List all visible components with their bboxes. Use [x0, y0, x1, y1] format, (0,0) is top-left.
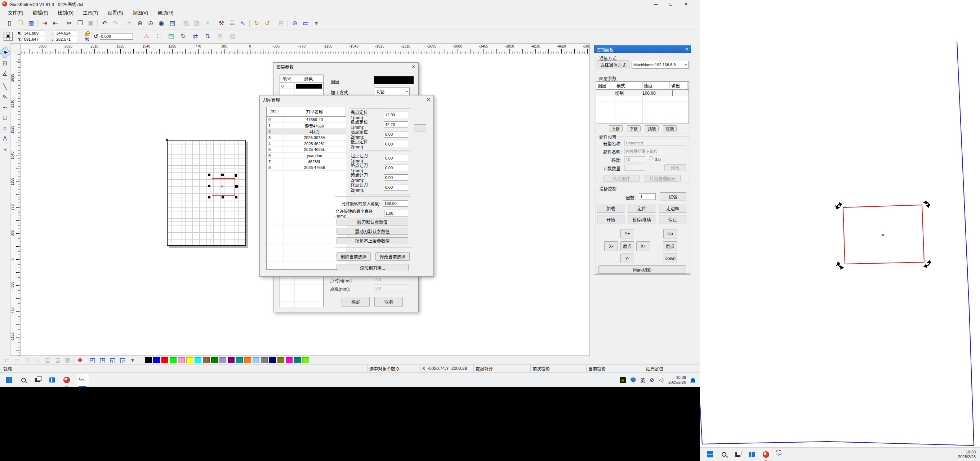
layout-topright-icon[interactable]: ◳	[98, 356, 107, 364]
defender-tray-icon[interactable]: ✕	[630, 377, 636, 383]
layout-bottomleft-icon[interactable]: ◱	[108, 356, 117, 364]
ime-indicator[interactable]: 英	[640, 377, 645, 383]
separator[interactable]	[122, 20, 123, 27]
height-field[interactable]: 262.571	[55, 37, 77, 42]
origin-button[interactable]: 原点	[620, 241, 634, 251]
preset-button[interactable]: 拐角不上抬参数值	[337, 237, 408, 244]
menu-item[interactable]: 帮助(H)	[158, 9, 173, 16]
palette-brown[interactable]	[203, 357, 210, 363]
start-button[interactable]	[705, 450, 714, 459]
notification-bell-icon[interactable]	[691, 378, 695, 382]
field-input[interactable]: 180.00	[383, 200, 408, 207]
zoom-window-icon[interactable]: ⊙	[146, 19, 155, 28]
start-button[interactable]	[4, 375, 14, 385]
control-panel-title[interactable]: 控制面板 ✕	[594, 45, 691, 53]
field-input[interactable]: 0.00	[384, 165, 408, 171]
status-data-align[interactable]: 数据对齐	[473, 364, 530, 372]
palette-dark-green[interactable]	[211, 357, 218, 363]
node-select-icon[interactable]: ↖	[239, 19, 247, 28]
ok-button[interactable]: 确定	[342, 297, 370, 307]
field-input[interactable]: 0.00	[384, 131, 408, 138]
field-input[interactable]: 12.00	[384, 112, 408, 118]
field-input[interactable]: 42.20	[384, 121, 408, 128]
menu-item[interactable]: 设置(S)	[108, 9, 123, 16]
jog-y-plus-button[interactable]: Y+	[620, 229, 634, 238]
search-button[interactable]	[719, 450, 729, 459]
field-input[interactable]: 0.00	[384, 155, 408, 161]
separator[interactable]	[86, 356, 86, 363]
rotation-field[interactable]: 0.000	[100, 33, 133, 40]
start-point-ccw-icon[interactable]: ↺	[263, 19, 272, 28]
clock[interactable]: 10:39 2025/2/26	[668, 375, 686, 385]
more-button[interactable]: ...	[414, 124, 426, 132]
transform-disabled-icon[interactable]: ⊠	[216, 32, 224, 41]
open-folder-icon[interactable]: ❒	[16, 19, 24, 28]
monitor-view-icon[interactable]: ▭	[301, 19, 310, 28]
selection-handle-w[interactable]	[208, 185, 210, 187]
paste-icon[interactable]: ▣	[86, 19, 95, 28]
separator[interactable]	[288, 20, 288, 27]
menu-item[interactable]: 视图(V)	[133, 9, 148, 16]
selection-handle-s[interactable]	[221, 196, 224, 199]
field-input[interactable]: 0.00	[384, 184, 408, 191]
text-tool-icon[interactable]: A	[1, 134, 10, 143]
jog-x-minus-button[interactable]: X-	[604, 241, 618, 251]
selection-handle-sw[interactable]	[208, 196, 210, 199]
pan-hand-icon[interactable]: ☝	[125, 19, 133, 28]
gbosknife-app-button[interactable]	[62, 375, 72, 385]
node-edit-tool-icon[interactable]: ∼	[1, 103, 10, 112]
align-left-icon[interactable]: ⊏	[3, 356, 11, 364]
layout-bottomright-icon[interactable]: ◲	[118, 356, 127, 364]
palette-purple[interactable]	[228, 357, 235, 363]
modify-count-button[interactable]: 修改	[664, 164, 686, 171]
zoom-in-icon[interactable]: ⊕	[135, 19, 144, 28]
close-icon[interactable]: ✕	[412, 64, 415, 70]
status-cur-projection[interactable]: 当前投影	[586, 364, 644, 372]
tool-row[interactable]: 7 46253L	[267, 159, 346, 165]
zoom-page-icon[interactable]: ▤	[168, 19, 177, 28]
panel-close-icon[interactable]: ✕	[685, 47, 689, 52]
start-button[interactable]: 开始	[597, 215, 624, 224]
convert-to-part-button[interactable]: 转为部件	[603, 175, 640, 181]
layers-field[interactable]: 1	[639, 193, 656, 200]
palette-blue[interactable]	[153, 357, 160, 363]
order-button[interactable]: 底端	[663, 126, 677, 132]
select-tool-icon[interactable]: ➤	[0, 46, 11, 59]
separator[interactable]	[274, 20, 275, 27]
align-top-icon[interactable]: ⊓	[23, 356, 32, 364]
param-list-icon[interactable]: ☰	[228, 19, 236, 28]
z-up-button[interactable]: Up	[663, 229, 677, 238]
convert-to-normal-button[interactable]: 转为普通图元	[644, 175, 681, 181]
start-point-cw-icon[interactable]: ↻	[252, 19, 261, 28]
align-bottom-icon[interactable]: ⊔	[33, 356, 42, 364]
import-file-icon[interactable]: ⇥	[40, 19, 49, 28]
separator[interactable]	[179, 20, 180, 27]
panels-app-button[interactable]	[48, 375, 57, 385]
add-to-library-button[interactable]: 添加到刀库...	[337, 264, 409, 271]
align-grid-icon[interactable]: ▦	[64, 356, 72, 364]
x-position-field[interactable]: 341.889	[23, 30, 45, 36]
tool-row[interactable]: 0 47659-40	[267, 117, 346, 123]
menu-item[interactable]: 工具(T)	[83, 9, 99, 16]
nvidia-tray-icon[interactable]: ◉	[620, 377, 626, 383]
menu-item[interactable]: 编辑(E)	[33, 9, 48, 16]
search-button[interactable]	[19, 375, 28, 385]
palette-pink[interactable]	[178, 357, 185, 363]
half-size-radio[interactable]	[649, 156, 653, 160]
tool-row[interactable]: 5 2025 4625L	[267, 146, 346, 153]
preset-button[interactable]: 圆刀默认参数值	[337, 219, 408, 226]
jog-y-minus-button[interactable]: Y-	[620, 254, 634, 263]
separator[interactable]	[97, 20, 98, 27]
jog-x-plus-button[interactable]: X+	[636, 241, 650, 251]
frame-button[interactable]: 走边框	[659, 204, 686, 213]
palette-magenta[interactable]	[286, 357, 293, 363]
line-tool-icon[interactable]: ╲	[1, 82, 10, 91]
task-view-button[interactable]	[33, 375, 43, 385]
pause-resume-button[interactable]: 暂停/继续	[628, 215, 655, 224]
order-button[interactable]: 顶端	[645, 126, 659, 132]
array-copy-icon[interactable]: ∷	[154, 32, 163, 41]
angle-tool-icon[interactable]: ∡	[1, 69, 10, 78]
palette-green[interactable]	[170, 357, 177, 363]
gbosknife-app-button[interactable]	[761, 450, 771, 459]
cutter-app-button-active[interactable]: ✂	[76, 374, 89, 386]
